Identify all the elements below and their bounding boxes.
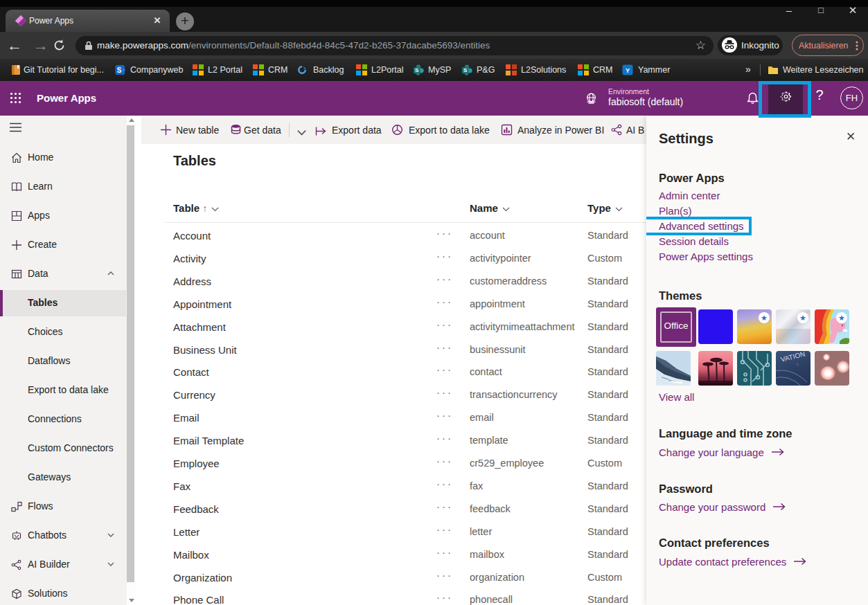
svg-text:S: S [463,67,468,73]
svg-text:S: S [415,67,419,73]
svg-text:Y: Y [626,67,630,74]
svg-text:S: S [117,66,122,74]
svg-text:VATION: VATION [780,351,806,363]
